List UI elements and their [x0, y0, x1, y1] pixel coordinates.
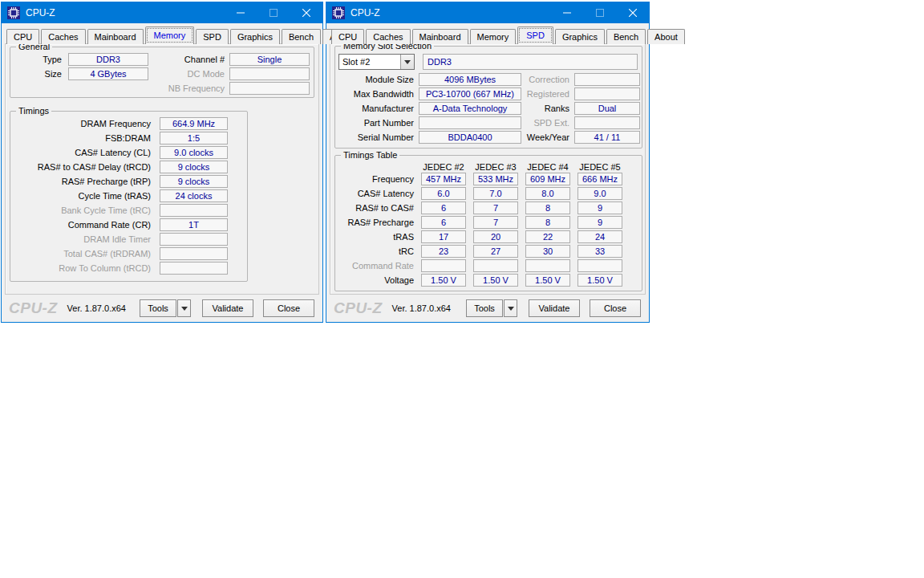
command-rate-field: 1T — [160, 218, 228, 231]
total-cas-field — [160, 247, 228, 260]
titlebar[interactable]: CPU-Z — [2, 2, 322, 23]
timing-row: Total CAS# (tRDRAM) — [10, 247, 247, 260]
memory-slot-selection-group: Memory Slot Selection Slot #2 DDR3 Modul… — [334, 41, 642, 149]
tab-cpu[interactable]: CPU — [331, 29, 364, 44]
spd-ext-field — [574, 116, 640, 129]
column-header-jedec2: JEDEC #2 — [421, 162, 466, 172]
timing-row: DRAM Frequency 664.9 MHz — [10, 117, 247, 130]
tab-caches[interactable]: Caches — [41, 29, 85, 44]
bank-cycle-time-label: Bank Cycle Time (tRC) — [10, 206, 151, 215]
table-cell: 23 — [421, 245, 466, 258]
manufacturer-field: A-Data Technology — [419, 102, 521, 115]
timing-row: Row To Column (tRCD) — [10, 262, 247, 275]
general-row: NB Frequency — [26, 82, 314, 95]
close-button[interactable] — [616, 2, 649, 23]
table-cell: 7 — [473, 216, 518, 229]
tab-bench[interactable]: Bench — [282, 29, 321, 44]
chevron-down-icon — [508, 307, 514, 311]
tools-button[interactable]: Tools — [466, 299, 503, 317]
registered-label: Registered — [521, 89, 569, 99]
tab-bar: CPU Caches Mainboard Memory SPD Graphics… — [6, 26, 318, 43]
slot-select-dropdown[interactable] — [400, 55, 414, 69]
serial-number-field: BDDA0400 — [419, 131, 521, 144]
tab-memory[interactable]: Memory — [145, 26, 195, 44]
tab-mainboard[interactable]: Mainboard — [87, 29, 144, 44]
channel-field: Single — [229, 53, 310, 66]
row-label: Frequency — [335, 174, 414, 184]
tools-dropdown-button[interactable] — [504, 299, 517, 317]
table-cell: 1.50 V — [578, 274, 622, 287]
tab-bench[interactable]: Bench — [606, 29, 646, 44]
validate-button[interactable]: Validate — [529, 299, 580, 317]
row-label: CAS# Latency — [335, 189, 414, 198]
general-row: Type DDR3 Channel # Single — [26, 53, 314, 66]
window-title: CPU-Z — [351, 7, 380, 18]
general-row: Size 4 GBytes DC Mode — [26, 67, 314, 80]
dram-idle-timer-field — [160, 233, 228, 246]
table-row-tras: tRAS 17 20 22 24 — [335, 230, 642, 243]
close-dialog-button[interactable]: Close — [590, 299, 641, 317]
maximize-button[interactable] — [583, 2, 616, 23]
tab-about[interactable]: About — [647, 29, 685, 44]
minimize-button[interactable] — [550, 2, 583, 23]
table-row-command-rate: Command Rate — [335, 259, 642, 272]
timings-table-legend: Timings Table — [341, 150, 399, 160]
slot-detail-row: Max Bandwidth PC3-10700 (667 MHz) Regist… — [335, 88, 642, 100]
timing-row: CAS# Latency (CL) 9.0 clocks — [10, 146, 247, 159]
spd-ext-label: SPD Ext. — [521, 118, 569, 128]
tab-cpu[interactable]: CPU — [6, 29, 39, 44]
memory-tab-page: General Type DDR3 Channel # Single Size … — [5, 43, 319, 295]
row-label: tRC — [335, 246, 414, 256]
minimize-button[interactable] — [224, 2, 257, 23]
row-label: Command Rate — [335, 261, 414, 271]
manufacturer-label: Manufacturer — [335, 104, 414, 113]
dc-mode-field — [229, 67, 310, 80]
table-row-ras-precharge: RAS# Precharge 6 7 8 9 — [335, 216, 642, 229]
table-cell: 7 — [473, 201, 518, 214]
tab-memory[interactable]: Memory — [470, 29, 517, 44]
slot-select[interactable]: Slot #2 — [338, 54, 415, 70]
close-dialog-button[interactable]: Close — [263, 299, 314, 317]
tab-graphics[interactable]: Graphics — [230, 29, 280, 44]
close-icon — [302, 9, 310, 17]
nb-frequency-label: NB Frequency — [148, 83, 225, 93]
correction-label: Correction — [521, 75, 569, 84]
validate-button[interactable]: Validate — [202, 299, 253, 317]
tools-button[interactable]: Tools — [140, 299, 176, 317]
tools-dropdown-button[interactable] — [177, 299, 191, 317]
table-cell: 8 — [525, 216, 570, 229]
maximize-icon — [596, 9, 604, 17]
tab-bar: CPU Caches Mainboard Memory SPD Graphics… — [331, 26, 645, 43]
module-size-label: Module Size — [335, 75, 414, 84]
cpuz-memory-window: CPU-Z CPU Caches Mainboard Memory SPD Gr… — [1, 2, 323, 323]
table-cell: 9 — [578, 216, 622, 229]
cycle-time-label: Cycle Time (tRAS) — [10, 191, 151, 201]
maximize-button[interactable] — [257, 2, 290, 23]
table-cell: 20 — [473, 230, 518, 243]
tab-graphics[interactable]: Graphics — [555, 29, 605, 44]
slot-detail-row: Part Number SPD Ext. — [335, 116, 642, 129]
window-controls — [550, 2, 649, 23]
bank-cycle-time-field — [160, 204, 228, 217]
row-to-column-label: Row To Column (tRCD) — [10, 263, 151, 273]
timing-row: Command Rate (CR) 1T — [10, 218, 247, 231]
version-text: Ver. 1.87.0.x64 — [67, 303, 126, 313]
titlebar[interactable]: CPU-Z — [326, 2, 649, 23]
row-label: RAS# to CAS# — [335, 203, 414, 213]
tab-spd[interactable]: SPD — [517, 26, 553, 44]
minimize-icon — [563, 9, 571, 17]
version-text: Ver. 1.87.0.x64 — [392, 303, 451, 313]
maximize-icon — [270, 9, 278, 17]
table-cell: 457 MHz — [421, 173, 466, 185]
tab-caches[interactable]: Caches — [366, 29, 410, 44]
part-number-label: Part Number — [335, 118, 414, 128]
ras-precharge-label: RAS# Precharge (tRP) — [10, 177, 151, 186]
close-button[interactable] — [290, 2, 322, 23]
cycle-time-field: 24 clocks — [160, 189, 228, 202]
tab-spd[interactable]: SPD — [196, 29, 229, 44]
tab-mainboard[interactable]: Mainboard — [412, 29, 468, 44]
nb-frequency-field — [229, 82, 310, 95]
correction-field — [574, 73, 640, 86]
ranks-field: Dual — [574, 102, 640, 115]
general-group: General Type DDR3 Channel # Single Size … — [10, 42, 314, 98]
